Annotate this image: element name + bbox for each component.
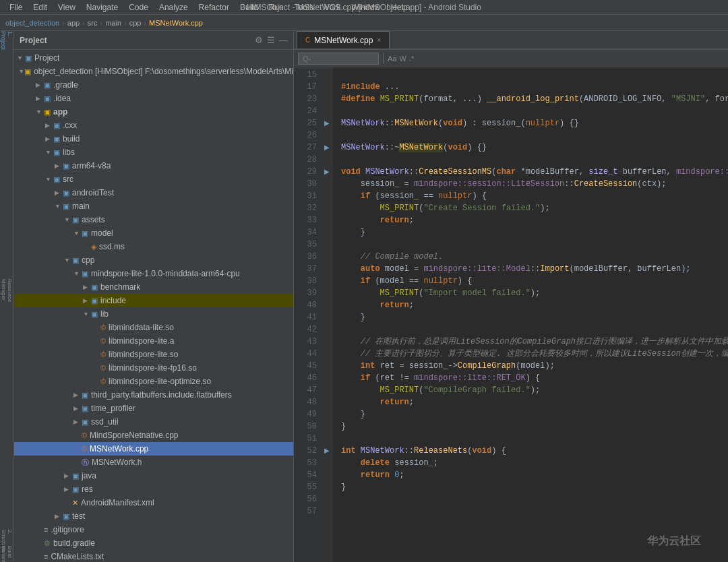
tree-item[interactable]: ▼▣Project [14,51,293,65]
tree-item[interactable]: ▶▣arm64-v8a [14,159,293,173]
line-number: 34 [294,226,317,239]
tree-item[interactable]: ▼▣assets [14,213,293,226]
tree-item[interactable]: ©libminddata-lite.so [14,321,293,334]
tree-item[interactable]: ▶▣time_profiler [14,402,293,415]
tree-item[interactable]: ▼▣object_detection [HiMSObject] F:\dosom… [14,65,293,78]
tree-item[interactable]: ▶▣include [14,294,293,307]
breadcrumb-src[interactable]: src [88,19,98,27]
match-case-btn[interactable]: Aa [388,55,396,63]
tree-item[interactable]: ©libmindspore-lite-fp16.so [14,361,293,375]
tree-item[interactable]: ◈ssd.ms [14,240,293,253]
code-line: } [341,226,728,239]
menu-analyze[interactable]: Analyze [154,3,193,12]
code-line: } [341,311,728,323]
code-content[interactable]: #include ... #define MS_PRINT(format, ..… [333,67,728,562]
tree-item[interactable]: ✕AndroidManifest.xml [14,496,293,509]
tree-item[interactable]: ▶▣.idea [14,92,293,105]
tree-item[interactable]: ▼▣app [14,105,293,119]
line-number: 48 [294,396,317,408]
tree-item[interactable]: ©libmindspore-lite-optimize.so [14,375,293,388]
tree-item[interactable]: ▶▣test [14,509,293,523]
code-line: if (ret != mindspore::lite::RET_OK) { [341,372,728,384]
tree-item[interactable]: ▼▣cpp [14,253,293,267]
tree-item[interactable]: ▼▣mindspore-lite-1.0.0-minddata-arm64-cp… [14,267,293,280]
search-input[interactable] [298,53,379,65]
code-line: MS_PRINT("CompileGraph failed."); [341,384,728,396]
breadcrumb-main[interactable]: main [105,19,121,27]
menu-build[interactable]: Build [235,3,264,12]
gutter-line [321,396,333,408]
line-number: 35 [294,239,317,251]
code-line [341,129,728,142]
tree-item[interactable]: ▼▣src [14,173,293,186]
line-number: 37 [294,263,317,275]
gutter-line: ▶ [321,142,333,154]
code-line: MSNetWork::~MSNetWork(void) {} [341,142,728,154]
code-line: } [341,420,728,433]
tree-item[interactable]: ▼▣model [14,226,293,240]
tree-item[interactable]: ▼▣lib [14,307,293,321]
tree-item[interactable]: ⚙build.gradle [14,536,293,550]
gutter-line [321,226,333,239]
build-variants-icon[interactable]: Build Variants [0,549,13,562]
gutter-line [321,360,333,372]
project-icon[interactable]: 1. Project [0,34,13,47]
breadcrumb-app[interactable]: app [67,19,80,27]
regex-btn[interactable]: .* [409,55,414,63]
tree-item[interactable]: ©libmindspore-lite.so [14,348,293,361]
tree-item[interactable]: ©libmindspore-lite.a [14,334,293,348]
tree-item[interactable]: ▶▣third_party.flatbuffers.include.flatbu… [14,388,293,402]
menu-edit[interactable]: Edit [28,3,53,12]
menu-help[interactable]: Help [386,3,413,12]
menu-view[interactable]: View [53,3,81,12]
tree-item[interactable]: ▶▣.cxx [14,119,293,132]
tree-item[interactable]: ©MSNetWork.cpp [14,442,293,456]
tab-msnetwork-cpp[interactable]: C MSNetWork.cpp × [297,31,390,49]
tree-item[interactable]: ▶▣java [14,469,293,482]
line-number: 56 [294,493,317,505]
tab-cpp-icon: C [305,36,310,44]
gutter: ▶▶▶▶ [321,67,333,562]
code-line: void MSNetWork::CreateSessionMS(char *mo… [341,166,728,178]
gutter-line [321,263,333,275]
project-panel-title: Project [20,36,47,45]
menu-code[interactable]: Code [123,3,154,12]
breadcrumb-file[interactable]: MSNetWork.cpp [149,19,203,27]
code-line: delete session_; [341,457,728,469]
tab-close-icon[interactable]: × [377,36,381,44]
tree-item[interactable]: ▶▣benchmark [14,280,293,294]
tree-item[interactable]: ▶▣build [14,132,293,146]
tree-item[interactable]: ≡CMakeLists.txt [14,550,293,562]
breadcrumb-cpp[interactable]: cpp [129,19,142,27]
menu-vcs[interactable]: VCS [319,3,346,12]
code-line: // Compile model. [341,251,728,263]
tree-item[interactable]: ⓗMSNetWork.h [14,456,293,469]
tree-item[interactable]: ▼▣libs [14,146,293,159]
tree-item[interactable]: ▼▣main [14,199,293,213]
menu-icon[interactable]: ☰ [267,35,275,45]
line-number: 47 [294,384,317,396]
line-number: 42 [294,323,317,336]
tree-item[interactable]: ©MindSporeNetnative.cpp [14,429,293,442]
menu-navigate[interactable]: Navigate [81,3,123,12]
whole-word-btn[interactable]: W [399,55,406,63]
resource-manager-icon[interactable]: Resource Manager [0,284,13,297]
menu-file[interactable]: File [4,3,28,12]
line-number: 43 [294,336,317,348]
breadcrumb-object-detection[interactable]: object_detection [5,19,59,27]
line-number: 33 [294,214,317,226]
menu-tools[interactable]: Tools [289,3,319,12]
tree-item[interactable]: ▶▣ssd_util [14,415,293,429]
menu-window[interactable]: Window [346,3,386,12]
minimize-icon[interactable]: — [279,35,288,45]
menu-refactor[interactable]: Refactor [193,3,235,12]
tree-item[interactable]: ≡.gitignore [14,523,293,536]
tree-item[interactable]: ▶▣res [14,482,293,496]
gear-icon[interactable]: ⚙ [255,35,263,45]
project-tree: ▼▣Project▼▣object_detection [HiMSObject]… [14,50,293,562]
menu-run[interactable]: Run [264,3,289,12]
tree-item[interactable]: ▶▣.gradle [14,78,293,92]
gutter-line [321,178,333,190]
line-number: 52 [294,445,317,457]
tree-item[interactable]: ▶▣androidTest [14,186,293,199]
